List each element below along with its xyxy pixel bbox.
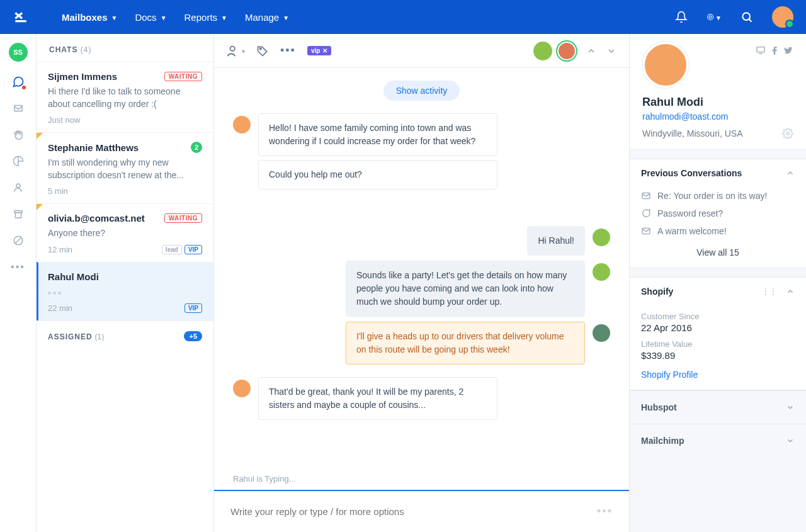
previous-conversations-panel: Previous Conversations Re: Your order is…: [630, 159, 806, 268]
agent-avatar: [593, 324, 610, 342]
nav-manage[interactable]: Manage▼: [245, 12, 289, 23]
mail-icon: [641, 191, 651, 201]
user-avatar[interactable]: [772, 6, 793, 28]
chat-item-time: 12 min: [48, 245, 72, 254]
typing-status: Rahul is Typing...: [214, 472, 629, 490]
prev-convo-item[interactable]: Password reset?: [630, 205, 806, 222]
shopify-profile-link[interactable]: Shopify Profile: [641, 370, 795, 380]
field-label: Lifetime Value: [641, 339, 795, 349]
chat-list-header: CHATS (4): [37, 34, 213, 62]
chat-item-time: 5 min: [48, 186, 68, 196]
svg-line-3: [749, 19, 751, 21]
reply-box[interactable]: •••: [214, 490, 629, 532]
panel-header[interactable]: Shopify ⋮⋮: [630, 278, 806, 305]
panel-header[interactable]: Previous Conversations: [630, 159, 806, 187]
drag-handle-icon[interactable]: ⋮⋮: [762, 287, 777, 296]
svg-line-8: [14, 237, 21, 244]
prev-conversation-icon[interactable]: [586, 46, 596, 56]
agent-message: Sounds like a party! Let's get the detai…: [346, 261, 585, 317]
agent-avatar-1[interactable]: [533, 42, 552, 60]
monitor-icon[interactable]: [756, 45, 766, 55]
field-label: Customer Since: [641, 312, 795, 321]
twitter-icon[interactable]: [783, 45, 793, 55]
rail-users-icon[interactable]: [12, 181, 25, 194]
agent-avatar: [593, 229, 610, 246]
shopify-panel: Shopify ⋮⋮ Customer Since 22 Apr 2016 Li…: [630, 277, 806, 390]
notifications-icon[interactable]: [674, 9, 689, 25]
chat-item[interactable]: Stephanie Matthews 2 I'm still wondering…: [37, 132, 213, 203]
close-icon[interactable]: ✕: [322, 47, 327, 54]
nav-docs[interactable]: Docs▼: [135, 12, 166, 23]
rail-blocked-icon[interactable]: [12, 234, 25, 247]
reply-more-icon[interactable]: •••: [597, 505, 613, 518]
vip-pill[interactable]: vip✕: [307, 46, 331, 55]
rail-more-icon[interactable]: •••: [12, 261, 25, 273]
lead-tag: lead: [162, 245, 182, 254]
top-nav: Mailboxes▼ Docs▼ Reports▼ Manage▼ ▼: [0, 0, 806, 34]
next-conversation-icon[interactable]: [606, 46, 616, 56]
rail-chats-icon[interactable]: [12, 76, 25, 88]
nav-mailboxes[interactable]: Mailboxes▼: [62, 12, 117, 23]
chat-item-preview: I'm still wondering why my new subscript…: [48, 157, 202, 181]
svg-point-0: [708, 14, 713, 20]
customer-avatar: [233, 380, 251, 397]
conversation-panel: ▾ ••• vip✕ Show activity Hello! I have s…: [214, 34, 630, 532]
vip-tag: VIP: [184, 245, 202, 254]
chevron-up-icon: [786, 169, 795, 178]
conversation-toolbar: ▾ ••• vip✕: [214, 34, 629, 68]
tag-icon[interactable]: [256, 45, 269, 57]
typing-indicator-icon: [48, 286, 202, 298]
gear-icon[interactable]: [782, 128, 793, 139]
chat-item-name: Stephanie Matthews: [48, 142, 139, 153]
show-activity-button[interactable]: Show activity: [383, 81, 460, 101]
mailchimp-panel-header[interactable]: Mailchimp: [630, 424, 806, 457]
chevron-down-icon: [786, 436, 795, 445]
prev-convo-item[interactable]: Re: Your order is on its way!: [630, 187, 806, 205]
left-rail: SS •••: [0, 34, 37, 532]
profile-card: Rahul Modi rahulmodi@toast.com Windyvill…: [630, 34, 806, 150]
customer-message: Hello! I have some family coming into to…: [258, 113, 497, 156]
svg-point-4: [16, 184, 20, 188]
workspace-avatar[interactable]: SS: [9, 43, 28, 62]
prev-convo-item[interactable]: A warm welcome!: [630, 222, 806, 240]
rail-hand-icon[interactable]: [12, 128, 25, 141]
customer-name: Rahul Modi: [642, 96, 793, 109]
agent-message: Hi Rahul!: [527, 226, 585, 256]
customer-message: Could you help me out?: [258, 160, 497, 190]
rail-reports-icon[interactable]: [12, 155, 25, 167]
chat-item-name: olivia.b@comcast.net: [48, 213, 145, 224]
nav-reports[interactable]: Reports▼: [184, 12, 227, 23]
search-icon[interactable]: [739, 9, 754, 25]
svg-point-1: [709, 16, 712, 18]
customer-message: That'd be great, thank you! It will be m…: [258, 377, 497, 420]
customer-email[interactable]: rahulmodi@toast.com: [642, 111, 793, 122]
waiting-badge: WAITING: [164, 72, 202, 81]
reply-input[interactable]: [230, 506, 597, 517]
chat-icon: [641, 208, 651, 218]
rail-mail-icon[interactable]: [12, 102, 25, 115]
svg-rect-6: [15, 213, 21, 218]
vip-tag: VIP: [184, 303, 202, 313]
chat-item-preview: Anyone there?: [48, 227, 202, 240]
svg-point-10: [259, 48, 261, 50]
assigned-section[interactable]: ASSIGNED (1) +5: [37, 320, 213, 351]
hubspot-panel-header[interactable]: Hubspot: [630, 390, 806, 424]
svg-point-13: [786, 132, 790, 135]
assign-icon[interactable]: ▾: [227, 44, 245, 58]
chevron-down-icon: ▼: [221, 14, 227, 21]
facebook-icon[interactable]: [769, 45, 780, 55]
chat-item[interactable]: Sijmen Immens WAITING Hi there I'd like …: [37, 62, 213, 132]
agent-avatar-2[interactable]: [557, 42, 576, 60]
help-icon[interactable]: ▼: [707, 9, 722, 25]
customer-avatar-large: [642, 42, 689, 88]
more-options-icon[interactable]: •••: [280, 44, 296, 57]
chat-item-active[interactable]: Rahul Modi 22 min VIP: [37, 262, 213, 320]
chevron-down-icon: ▼: [715, 14, 722, 21]
view-all-link[interactable]: View all 15: [630, 240, 806, 268]
rail-archive-icon[interactable]: [12, 208, 25, 220]
mail-icon: [641, 226, 651, 236]
message-list: Show activity Hello! I have some family …: [214, 68, 629, 472]
chat-item[interactable]: olivia.b@comcast.net WAITING Anyone ther…: [37, 203, 213, 262]
chevron-down-icon: ▼: [161, 14, 167, 21]
chevron-up-icon: [786, 287, 795, 296]
